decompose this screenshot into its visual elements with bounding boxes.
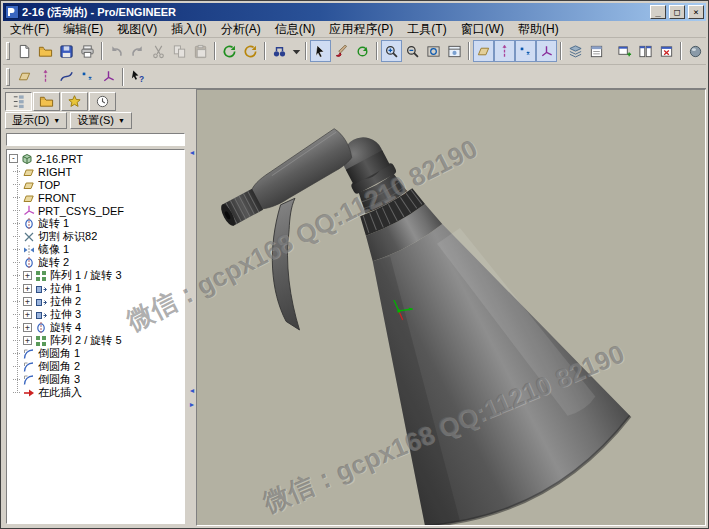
regenerate-button[interactable] [219,40,240,62]
expand-toggle[interactable]: + [23,336,32,345]
tree-connector-stub [13,314,20,315]
close-button[interactable]: × [688,5,704,19]
paste-button[interactable] [190,40,211,62]
regenerate-auto-button[interactable] [240,40,261,62]
context-help-button[interactable]: ? [127,66,148,88]
close-window-button[interactable] [656,40,677,62]
viewport-canvas[interactable] [197,90,705,525]
open-file-button[interactable] [35,40,56,62]
spray-head[interactable] [244,126,357,212]
repaint-button[interactable] [331,40,352,62]
tree-item-10[interactable]: +拉伸 1 [9,282,184,295]
expand-toggle[interactable]: + [23,297,32,306]
graphics-viewport[interactable] [196,89,706,526]
panel-sash[interactable]: ◄ ◄ ► [188,89,196,526]
tree-item-3[interactable]: FRONT [9,191,184,204]
menu-edit[interactable]: 编辑(E) [56,20,110,39]
menu-insert[interactable]: 插入(I) [164,20,213,39]
tree-item-12[interactable]: +拉伸 3 [9,308,184,321]
datum-axis-tool-button[interactable] [35,66,56,88]
tree-item-2[interactable]: TOP [9,178,184,191]
collapse-left-icon[interactable]: ◄ [189,387,196,395]
undo-button[interactable] [106,40,127,62]
saved-views-button[interactable] [444,40,465,62]
tree-item-7[interactable]: 镜像 1 [9,243,184,256]
tree-item-15[interactable]: 倒圆角 1 [9,347,184,360]
spin-center-button[interactable] [352,40,373,62]
tree-item-18[interactable]: 在此插入 [9,386,184,399]
collapse-left-icon[interactable]: ◄ [189,149,196,157]
datum-point-tool-button[interactable] [77,66,98,88]
menu-file[interactable]: 文件(F) [3,20,56,39]
folder-icon [39,94,54,109]
expand-toggle[interactable]: + [23,271,32,280]
bottle-body[interactable] [305,187,642,525]
tree-filter-field[interactable] [6,133,185,146]
zoom-in-button[interactable] [381,40,402,62]
tree-connector-stub [13,366,20,367]
tree-item-11[interactable]: +拉伸 2 [9,295,184,308]
trigger[interactable] [237,197,350,333]
minimize-button[interactable]: _ [650,5,666,19]
toolbar-drag-handle[interactable] [6,68,10,86]
collapse-right-icon[interactable]: ► [189,401,196,409]
tree-item-17[interactable]: 倒圆角 3 [9,373,184,386]
expand-toggle[interactable]: + [23,284,32,293]
nav-history-tab[interactable] [89,92,116,111]
toolbar-drag-handle[interactable] [6,42,10,60]
expand-toggle[interactable]: + [23,323,32,332]
expand-toggle[interactable]: - [9,154,18,163]
show-dropdown-button[interactable]: 显示(D) ▼ [5,112,67,129]
datum-axes-button[interactable] [494,40,515,62]
model-tree[interactable]: -2-16.PRTRIGHTTOPFRONTPRT_CSYS_DEF旋转 1切割… [6,149,185,524]
tree-item-16[interactable]: 倒圆角 2 [9,360,184,373]
menu-window[interactable]: 窗口(W) [454,20,511,39]
tile-windows-button[interactable] [635,40,656,62]
menu-applications[interactable]: 应用程序(P) [322,20,400,39]
maximize-button[interactable]: □ [669,5,685,19]
copy-button[interactable] [169,40,190,62]
tree-item-9[interactable]: +阵列 1 / 旋转 3 [9,269,184,282]
search-button[interactable] [269,40,290,62]
settings-dropdown-button[interactable]: 设置(S) ▼ [70,112,132,129]
tree-item-14[interactable]: +阵列 2 / 旋转 5 [9,334,184,347]
floppy-icon [59,44,74,59]
menu-view[interactable]: 视图(V) [110,20,164,39]
save-file-button[interactable] [56,40,77,62]
tree-item-1[interactable]: RIGHT [9,165,184,178]
model-display-button[interactable] [685,40,706,62]
revolve-icon [23,257,35,269]
new-file-button[interactable] [14,40,35,62]
refit-button[interactable] [423,40,444,62]
nav-favorites-tab[interactable] [61,92,88,111]
layers-button[interactable] [565,40,586,62]
datum-points-button[interactable] [515,40,536,62]
new-window-button[interactable] [614,40,635,62]
expand-toggle[interactable]: + [23,310,32,319]
datum-curve-tool-button[interactable] [56,66,77,88]
nav-model-tree-tab[interactable] [5,92,32,111]
tree-item-4[interactable]: PRT_CSYS_DEF [9,204,184,217]
show-dropdown-label: 显示(D) [12,113,49,128]
tree-item-root[interactable]: -2-16.PRT [9,152,184,165]
datum-csys-tool-button[interactable] [98,66,119,88]
print-button[interactable] [77,40,98,62]
search-options-button[interactable] [290,40,302,62]
redo-button[interactable] [127,40,148,62]
cut-button[interactable] [148,40,169,62]
menu-analysis[interactable]: 分析(A) [214,20,268,39]
spray-bottle-model[interactable] [212,90,642,525]
view-manager-button[interactable] [586,40,607,62]
select-button[interactable] [310,40,331,62]
nav-folder-browser-tab[interactable] [33,92,60,111]
tree-item-label: FRONT [38,192,76,204]
datum-planes-button[interactable] [473,40,494,62]
datum-csys-button[interactable] [536,40,557,62]
menu-tools[interactable]: 工具(T) [400,20,453,39]
menu-info[interactable]: 信息(N) [268,20,323,39]
menu-help[interactable]: 帮助(H) [511,20,566,39]
tree-item-6[interactable]: 切割 标识82 [9,230,184,243]
datum-plane-tool-button[interactable] [14,66,35,88]
extrude-icon [35,283,47,295]
zoom-out-button[interactable] [402,40,423,62]
